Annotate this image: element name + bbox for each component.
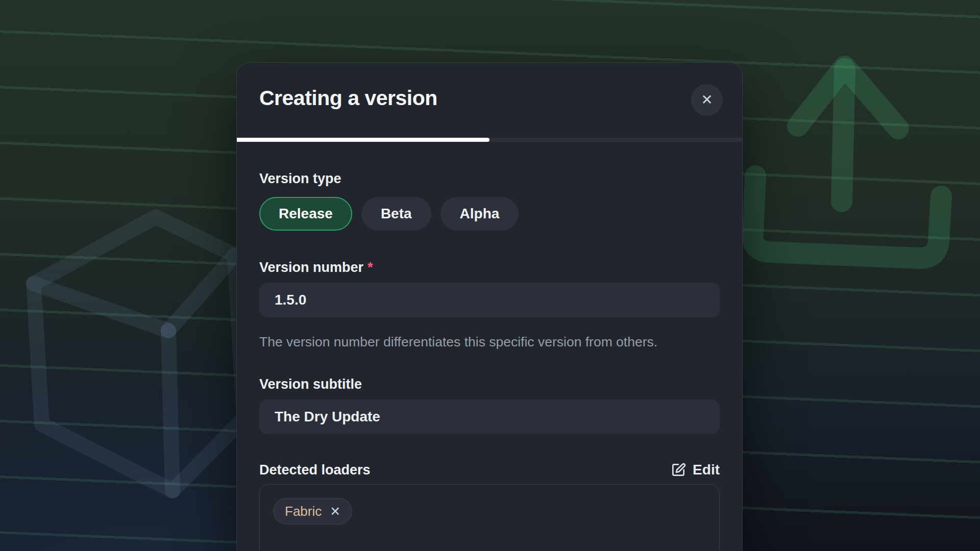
detected-loaders-label: Detected loaders (259, 462, 371, 478)
creating-version-modal: Creating a version ✕ Version type Releas… (236, 62, 743, 551)
version-type-label: Version type (259, 170, 720, 187)
release-option-button[interactable]: Release (259, 197, 352, 231)
page-background: { "modal": { "title": "Creating a versio… (0, 0, 980, 551)
detected-loaders-box: Fabric ✕ (259, 484, 720, 551)
close-button[interactable]: ✕ (691, 84, 723, 116)
version-number-label: Version number* (259, 259, 720, 276)
edit-icon (670, 462, 687, 478)
upload-arrow-icon (753, 66, 941, 258)
version-subtitle-input[interactable] (259, 399, 720, 434)
version-type-options: Release Beta Alpha (259, 197, 720, 231)
detected-loaders-row: Detected loaders Edit (259, 462, 720, 478)
required-marker: * (368, 260, 373, 275)
close-icon: ✕ (701, 93, 713, 107)
alpha-option-button[interactable]: Alpha (440, 197, 519, 231)
beta-option-button[interactable]: Beta (361, 197, 431, 231)
progress-track (237, 138, 742, 142)
remove-icon: ✕ (330, 504, 340, 519)
version-number-input[interactable] (259, 283, 720, 317)
version-subtitle-label: Version subtitle (259, 376, 720, 392)
progress-fill (237, 138, 489, 142)
loader-chip-fabric: Fabric ✕ (273, 498, 352, 524)
cube-wireframe-icon (34, 217, 244, 491)
modal-header: Creating a version ✕ (237, 63, 742, 110)
edit-loaders-button[interactable]: Edit (670, 462, 720, 478)
version-number-help: The version number differentiates this s… (259, 331, 699, 354)
remove-loader-button[interactable]: ✕ (330, 505, 340, 518)
loader-chip-label: Fabric (285, 504, 322, 519)
modal-body: Version type Release Beta Alpha Version … (237, 142, 742, 551)
modal-title: Creating a version (259, 86, 720, 110)
edit-label: Edit (693, 462, 720, 478)
